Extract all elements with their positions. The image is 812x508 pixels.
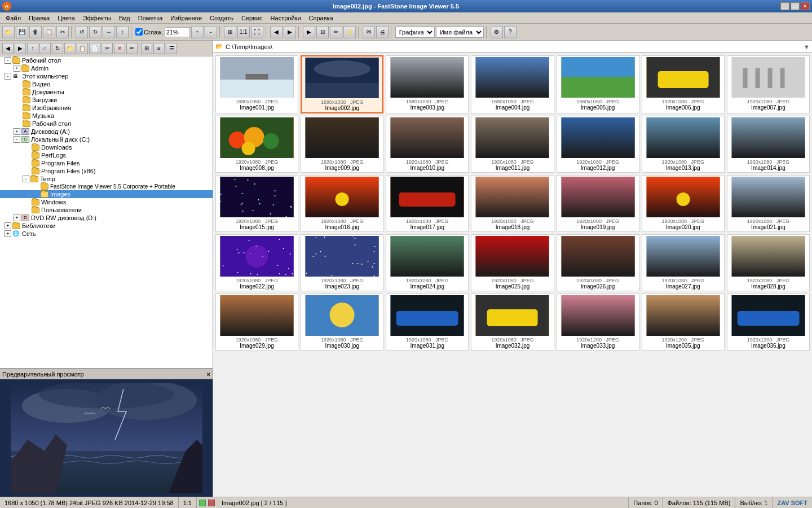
thumbnail-item-28[interactable]: 1920x1080 JPEGImage028.jpg	[727, 234, 810, 291]
view-grid[interactable]: ⊞	[141, 43, 152, 54]
menu-settings[interactable]: Настройки	[267, 14, 304, 23]
tb-enhance[interactable]: ✨	[343, 26, 356, 38]
path-dropdown[interactable]: ▼	[804, 43, 810, 50]
nav-paste[interactable]: 📄	[89, 43, 100, 54]
tree-item-libraries[interactable]: + Библиотеки	[0, 222, 213, 230]
tree-item-images-lib[interactable]: Изображения	[0, 104, 213, 112]
minimize-button[interactable]: _	[780, 2, 789, 10]
tb-slideshow[interactable]: ▶	[303, 26, 315, 38]
thumbnail-item-29[interactable]: 1920x1080 JPEGImage029.jpg	[215, 294, 298, 351]
menu-colors[interactable]: Цвета	[54, 14, 78, 23]
thumbnail-item-33[interactable]: 1920x1200 JPEGImage033.jpg	[557, 294, 639, 351]
tree-item-desk2[interactable]: Рабочий стол	[0, 120, 213, 128]
tb-actual[interactable]: 1:1	[237, 26, 250, 38]
tb-delete[interactable]: 🗑	[29, 26, 42, 38]
tree-item-users[interactable]: Пользователи	[0, 206, 213, 214]
folder-tree[interactable]: - Рабочий стол + Admin - 🖥 Этот компьюте…	[0, 56, 213, 368]
menu-view[interactable]: Вид	[116, 14, 134, 23]
tb-next[interactable]: ▶	[284, 26, 296, 38]
thumbnail-item-14[interactable]: 1920x1080 JPEGImage014.jpg	[727, 116, 810, 173]
thumbnail-item-12[interactable]: 1920x1080 JPEGImage012.jpg	[557, 116, 639, 173]
tree-item-downloads[interactable]: Загрузки	[0, 96, 213, 104]
nav-back[interactable]: ◀	[2, 43, 14, 54]
nav-newfolder[interactable]: 📁	[64, 43, 76, 54]
tree-item-images-selected[interactable]: Images	[0, 190, 213, 198]
tree-item-dlc[interactable]: Downloads	[0, 143, 213, 151]
expander-admin[interactable]: +	[14, 65, 20, 72]
thumbnail-item-22[interactable]: 1920x1080 JPEGImage022.jpg	[215, 234, 298, 291]
tree-item-admin[interactable]: + Admin	[0, 64, 213, 72]
tree-item-docs[interactable]: Документы	[0, 88, 213, 96]
expander-mycomp[interactable]: -	[5, 73, 11, 80]
tb-help[interactable]: ?	[504, 26, 517, 38]
thumbnail-item-25[interactable]: 1920x1080 JPEGImage025.jpg	[471, 234, 554, 291]
tree-item-perflogs[interactable]: PerfLogs	[0, 151, 213, 159]
tree-item-faststone[interactable]: FastStone Image Viewer 5.5 Corporate + P…	[0, 183, 213, 190]
tb-fit[interactable]: ⊞	[224, 26, 236, 38]
menu-help[interactable]: Справка	[306, 14, 337, 23]
tb-email[interactable]: ✉	[363, 26, 375, 38]
expander-desktop[interactable]: -	[5, 57, 11, 64]
tree-item-desktop[interactable]: - Рабочий стол	[0, 56, 213, 64]
menu-file[interactable]: Файл	[2, 14, 24, 23]
zoom-input[interactable]	[165, 27, 190, 37]
thumbnail-item-32[interactable]: 1920x1080 JPEGImage032.jpg	[471, 294, 554, 351]
thumbnail-item-27[interactable]: 1920x1080 JPEGImage027.jpg	[642, 234, 725, 291]
thumbnail-item-24[interactable]: 1920x1080 JPEGImage024.jpg	[386, 234, 469, 291]
thumbnail-item-20[interactable]: 1920x1080 JPEGImage020.jpg	[642, 175, 725, 232]
nav-up[interactable]: ↑	[27, 43, 38, 54]
nav-home[interactable]: ⌂	[39, 43, 51, 54]
tb-save[interactable]: 💾	[16, 26, 28, 38]
tree-item-progfilesx86[interactable]: Program Files (x86)	[0, 167, 213, 175]
thumbnail-item-5[interactable]: 1680x1050 JPEGImage005.jpg	[557, 55, 639, 113]
thumbnail-item-17[interactable]: 1920x1080 JPEGImage017.jpg	[386, 175, 469, 232]
thumbnail-item-35[interactable]: 1920x1200 JPEGImage035.jpg	[642, 294, 725, 351]
thumbnail-item-2[interactable]: 1680x1050 JPEGImage002.jpg	[301, 55, 383, 113]
menu-tools[interactable]: Сервис	[238, 14, 266, 23]
nav-refresh[interactable]: ↻	[52, 43, 63, 54]
nav-delete[interactable]: ✕	[114, 43, 125, 54]
tree-item-temp[interactable]: - Temp	[0, 175, 213, 183]
tb-zoom-out[interactable]: -	[205, 26, 217, 38]
nav-forward[interactable]: ▶	[15, 43, 26, 54]
sort-select[interactable]: Имя файла	[436, 27, 484, 38]
tree-item-windows[interactable]: Windows	[0, 198, 213, 206]
thumbnail-panel[interactable]: 1680x1050 JPEGImage001.jpg1680x1050 JPEG…	[213, 53, 812, 497]
tb-move[interactable]: ✂	[56, 26, 69, 38]
tree-item-drivea[interactable]: + A Дисковод (A:)	[0, 128, 213, 135]
tb-compare[interactable]: ⊟	[316, 26, 329, 38]
view-list[interactable]: ≡	[153, 43, 165, 54]
menu-mark[interactable]: Пометка	[135, 14, 166, 23]
tree-item-drivec[interactable]: - C Локальный диск (C:)	[0, 135, 213, 143]
thumbnail-item-8[interactable]: 1920x1080 JPEGImage008.jpg	[215, 116, 298, 173]
thumbnail-item-18[interactable]: 1920x1080 JPEGImage018.jpg	[471, 175, 554, 232]
thumbnail-item-31[interactable]: 1920x1080 JPEGImage031.jpg	[386, 294, 469, 351]
tb-flip-h[interactable]: ↔	[103, 26, 115, 38]
tb-prev[interactable]: ◀	[270, 26, 283, 38]
thumbnail-item-10[interactable]: 1920x1080 JPEGImage010.jpg	[386, 116, 469, 173]
tree-item-drived[interactable]: + D DVD RW дисковод (D:)	[0, 214, 213, 222]
preview-close-btn[interactable]: ×	[207, 371, 210, 378]
view-mode-select[interactable]: Графика	[395, 27, 435, 38]
tb-rotate-left[interactable]: ↺	[76, 26, 88, 38]
expander-drivec[interactable]: -	[14, 136, 20, 143]
menu-create[interactable]: Создать	[206, 14, 237, 23]
thumbnail-item-11[interactable]: 1920x1080 JPEGImage011.jpg	[471, 116, 554, 173]
expander-drived[interactable]: +	[14, 214, 20, 221]
menu-effects[interactable]: Эффекты	[80, 14, 114, 23]
thumbnail-item-9[interactable]: 1920x1080 JPEGImage009.jpg	[301, 116, 383, 173]
maximize-button[interactable]: □	[791, 2, 800, 10]
menu-edit[interactable]: Правка	[25, 14, 53, 23]
tb-edit[interactable]: ✏	[330, 26, 342, 38]
tb-fullscreen[interactable]: ⛶	[251, 26, 263, 38]
tb-zoom-in[interactable]: +	[191, 26, 204, 38]
expander-libraries[interactable]: +	[5, 222, 11, 229]
expander-drivea[interactable]: +	[14, 128, 20, 135]
tb-open-folder[interactable]: 📁	[2, 26, 15, 38]
thumbnail-item-21[interactable]: 1920x1080 JPEGImage021.jpg	[727, 175, 810, 232]
tree-item-music[interactable]: Музыка	[0, 112, 213, 120]
thumbnail-item-26[interactable]: 1920x1080 JPEGImage026.jpg	[557, 234, 639, 291]
thumbnail-item-30[interactable]: 1920x1080 JPEGImage030.jpg	[301, 294, 383, 351]
thumbnail-item-23[interactable]: 1920x1080 JPEGImage023.jpg	[301, 234, 383, 291]
thumbnail-item-13[interactable]: 1920x1080 JPEGImage013.jpg	[642, 116, 725, 173]
